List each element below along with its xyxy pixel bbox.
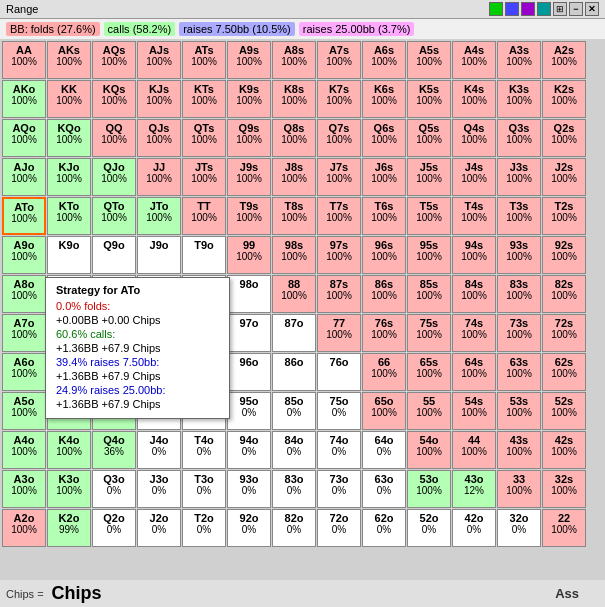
- grid-cell[interactable]: K5s100%: [407, 80, 451, 118]
- grid-cell[interactable]: 63o0%: [362, 470, 406, 508]
- grid-cell[interactable]: QJs100%: [137, 119, 181, 157]
- grid-cell[interactable]: 75s100%: [407, 314, 451, 352]
- grid-cell[interactable]: AKs100%: [47, 41, 91, 79]
- grid-cell[interactable]: 53s100%: [497, 392, 541, 430]
- grid-cell[interactable]: J5s100%: [407, 158, 451, 196]
- grid-cell[interactable]: QTs100%: [182, 119, 226, 157]
- icon-green[interactable]: [489, 2, 503, 16]
- action-fold[interactable]: BB: folds (27.6%): [6, 22, 100, 36]
- grid-cell[interactable]: 86o: [272, 353, 316, 391]
- grid-cell[interactable]: Q6s100%: [362, 119, 406, 157]
- grid-cell[interactable]: 83s100%: [497, 275, 541, 313]
- grid-cell[interactable]: 33100%: [497, 470, 541, 508]
- grid-cell[interactable]: K3o100%: [47, 470, 91, 508]
- grid-cell[interactable]: 96s100%: [362, 236, 406, 274]
- grid-cell[interactable]: T2s100%: [542, 197, 586, 235]
- grid-cell[interactable]: J6s100%: [362, 158, 406, 196]
- grid-cell[interactable]: A7s100%: [317, 41, 361, 79]
- grid-cell[interactable]: J9o: [137, 236, 181, 274]
- grid-cell[interactable]: 82s100%: [542, 275, 586, 313]
- grid-cell[interactable]: A8o100%: [2, 275, 46, 313]
- grid-cell[interactable]: AQs100%: [92, 41, 136, 79]
- grid-cell[interactable]: 88100%: [272, 275, 316, 313]
- grid-cell[interactable]: 32o0%: [497, 509, 541, 547]
- grid-cell[interactable]: T9o: [182, 236, 226, 274]
- grid-cell[interactable]: Q4s100%: [452, 119, 496, 157]
- grid-cell[interactable]: 64s100%: [452, 353, 496, 391]
- grid-cell[interactable]: K2o99%: [47, 509, 91, 547]
- grid-cell[interactable]: KK100%: [47, 80, 91, 118]
- grid-cell[interactable]: J7s100%: [317, 158, 361, 196]
- grid-cell[interactable]: K9s100%: [227, 80, 271, 118]
- action-raise1[interactable]: raises 7.50bb (10.5%): [179, 22, 295, 36]
- grid-cell[interactable]: A8s100%: [272, 41, 316, 79]
- action-call[interactable]: calls (58.2%): [104, 22, 176, 36]
- grid-cell[interactable]: T9s100%: [227, 197, 271, 235]
- grid-cell[interactable]: Q9s100%: [227, 119, 271, 157]
- grid-cell[interactable]: 98o: [227, 275, 271, 313]
- grid-cell[interactable]: A9o100%: [2, 236, 46, 274]
- grid-cell[interactable]: 62s100%: [542, 353, 586, 391]
- grid-cell[interactable]: K2s100%: [542, 80, 586, 118]
- grid-cell[interactable]: 52s100%: [542, 392, 586, 430]
- grid-cell[interactable]: 55100%: [407, 392, 451, 430]
- grid-cell[interactable]: 52o0%: [407, 509, 451, 547]
- grid-cell[interactable]: KTo100%: [47, 197, 91, 235]
- grid-cell[interactable]: AJo100%: [2, 158, 46, 196]
- grid-cell[interactable]: Q8s100%: [272, 119, 316, 157]
- grid-cell[interactable]: 53o100%: [407, 470, 451, 508]
- grid-cell[interactable]: A9s100%: [227, 41, 271, 79]
- grid-cell[interactable]: Q9o: [92, 236, 136, 274]
- action-raise2[interactable]: raises 25.00bb (3.7%): [299, 22, 415, 36]
- grid-cell[interactable]: A5s100%: [407, 41, 451, 79]
- grid-cell[interactable]: Q3s100%: [497, 119, 541, 157]
- icon-grid[interactable]: ⊞: [553, 2, 567, 16]
- grid-cell[interactable]: 84o0%: [272, 431, 316, 469]
- grid-cell[interactable]: K3s100%: [497, 80, 541, 118]
- grid-cell[interactable]: 63s100%: [497, 353, 541, 391]
- grid-cell[interactable]: A2o100%: [2, 509, 46, 547]
- grid-cell[interactable]: 62o0%: [362, 509, 406, 547]
- grid-cell[interactable]: TT100%: [182, 197, 226, 235]
- icon-teal[interactable]: [537, 2, 551, 16]
- grid-cell[interactable]: 72s100%: [542, 314, 586, 352]
- grid-cell[interactable]: JTo100%: [137, 197, 181, 235]
- icon-purple[interactable]: [521, 2, 535, 16]
- grid-cell[interactable]: T4s100%: [452, 197, 496, 235]
- grid-cell[interactable]: 84s100%: [452, 275, 496, 313]
- grid-cell[interactable]: A3s100%: [497, 41, 541, 79]
- grid-cell[interactable]: J8s100%: [272, 158, 316, 196]
- grid-cell[interactable]: Q7s100%: [317, 119, 361, 157]
- grid-cell[interactable]: QJo100%: [92, 158, 136, 196]
- grid-cell[interactable]: 95o0%: [227, 392, 271, 430]
- grid-cell[interactable]: 92o0%: [227, 509, 271, 547]
- grid-cell[interactable]: Q2s100%: [542, 119, 586, 157]
- grid-cell[interactable]: Q2o0%: [92, 509, 136, 547]
- grid-cell[interactable]: K4s100%: [452, 80, 496, 118]
- grid-cell[interactable]: 42s100%: [542, 431, 586, 469]
- grid-cell[interactable]: 99100%: [227, 236, 271, 274]
- grid-cell[interactable]: 66100%: [362, 353, 406, 391]
- grid-cell[interactable]: QQ100%: [92, 119, 136, 157]
- grid-cell[interactable]: 65s100%: [407, 353, 451, 391]
- grid-cell[interactable]: K6s100%: [362, 80, 406, 118]
- icon-blue[interactable]: [505, 2, 519, 16]
- grid-cell[interactable]: 64o0%: [362, 431, 406, 469]
- grid-cell[interactable]: J3s100%: [497, 158, 541, 196]
- grid-cell[interactable]: 92s100%: [542, 236, 586, 274]
- grid-cell[interactable]: A4s100%: [452, 41, 496, 79]
- minimize-button[interactable]: −: [569, 2, 583, 16]
- grid-cell[interactable]: T5s100%: [407, 197, 451, 235]
- grid-cell[interactable]: 94o0%: [227, 431, 271, 469]
- grid-cell[interactable]: AA100%: [2, 41, 46, 79]
- grid-cell[interactable]: 93o0%: [227, 470, 271, 508]
- grid-cell[interactable]: 77100%: [317, 314, 361, 352]
- grid-cell[interactable]: KJs100%: [137, 80, 181, 118]
- grid-cell[interactable]: 85s100%: [407, 275, 451, 313]
- grid-cell[interactable]: 44100%: [452, 431, 496, 469]
- grid-cell[interactable]: JTs100%: [182, 158, 226, 196]
- grid-cell[interactable]: A7o100%: [2, 314, 46, 352]
- grid-cell[interactable]: 87s100%: [317, 275, 361, 313]
- grid-cell[interactable]: 74o0%: [317, 431, 361, 469]
- grid-cell[interactable]: K7s100%: [317, 80, 361, 118]
